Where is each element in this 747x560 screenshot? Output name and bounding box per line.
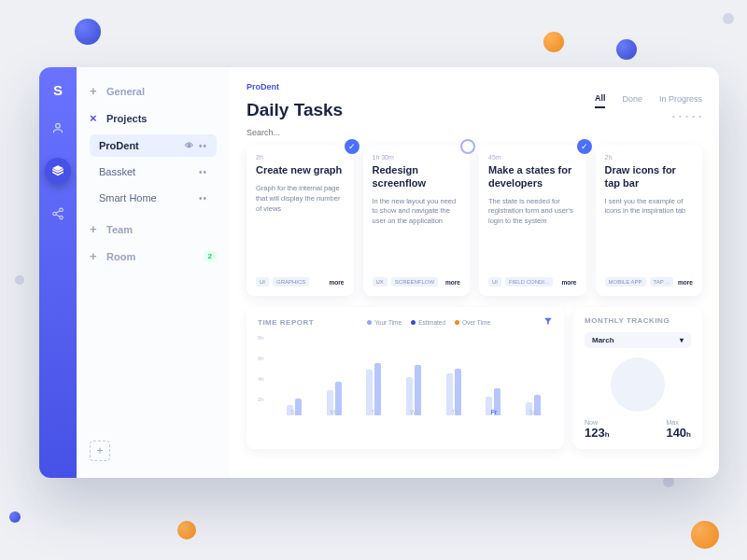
bar-group[interactable]	[406, 365, 421, 415]
pagination-dots[interactable]: • • • • •	[595, 112, 702, 120]
decor-circle	[177, 521, 196, 539]
task-tag[interactable]: FIELD CONDI...	[505, 277, 553, 287]
svg-point-3	[60, 216, 63, 219]
tab-in-progress[interactable]: In Progress	[659, 94, 702, 107]
month-select[interactable]: March ▾	[585, 332, 691, 348]
task-tag[interactable]: UI	[488, 277, 501, 287]
sidebar-group-label: General	[106, 86, 145, 97]
task-title: Make a states for developers	[488, 164, 577, 190]
add-button[interactable]: +	[90, 441, 110, 461]
x-axis-label: Tu	[371, 409, 377, 415]
time-report-chart: 8h6h4h2h SuMoTuWeThFrSa	[258, 335, 553, 415]
task-description: The state is needed for registration for…	[488, 197, 577, 278]
task-title: Create new graph	[256, 164, 345, 177]
decor-circle	[616, 39, 637, 60]
svg-point-1	[60, 208, 63, 212]
time-report-panel: TIME REPORT Your TimeEstimatedOver Time …	[247, 307, 564, 449]
task-card[interactable]: 2h Draw icons for tap bar I sent you the…	[596, 145, 703, 296]
chart-legend: Your TimeEstimatedOver Time	[367, 319, 490, 326]
search-input[interactable]	[247, 128, 340, 137]
main-content: ProDent Daily Tasks All Done In Progress…	[230, 67, 719, 478]
decor-circle	[15, 275, 24, 285]
plus-icon: +	[90, 84, 99, 98]
count-badge: 2	[204, 251, 217, 261]
layers-icon[interactable]	[45, 158, 71, 184]
task-tag[interactable]: MOBILE APP	[605, 277, 646, 287]
logo-icon: S	[53, 82, 63, 98]
stat-value: 140h	[666, 426, 691, 440]
more-link[interactable]: more	[678, 279, 693, 286]
decor-circle	[723, 13, 734, 24]
sidebar-item-smart-home[interactable]: Smart Home ••	[90, 187, 217, 209]
decor-circle	[691, 521, 719, 549]
task-tag[interactable]: SCREENFLOW	[391, 277, 438, 287]
plus-icon: +	[90, 249, 99, 263]
sidebar-item-bassket[interactable]: Bassket ••	[90, 161, 217, 183]
stat-label: Max	[666, 419, 691, 426]
sidebar-item-prodent[interactable]: ProDent 👁 ••	[90, 134, 217, 157]
sidebar-item-label: ProDent	[99, 140, 139, 151]
more-icon[interactable]: ••	[199, 141, 207, 151]
svg-point-0	[56, 123, 61, 128]
app-window: S + General × Projects ProDent	[39, 67, 719, 478]
sidebar-item-label: Smart Home	[99, 192, 157, 203]
sidebar-group-label: Room	[106, 251, 135, 262]
sidebar-group-label: Projects	[106, 113, 147, 124]
more-link[interactable]: more	[445, 279, 460, 286]
task-description: Graph for the internal page that will di…	[256, 184, 345, 277]
more-icon[interactable]: ••	[199, 193, 207, 203]
task-card[interactable]: ✓ 2h Create new graph Graph for the inte…	[247, 145, 354, 296]
sidebar-group-general[interactable]: + General	[90, 84, 217, 98]
task-title: Redesign screenflow	[373, 164, 461, 190]
task-tag[interactable]: UI	[256, 277, 269, 287]
sidebar-group-projects[interactable]: × Projects	[90, 111, 217, 125]
decor-circle	[9, 511, 21, 523]
more-link[interactable]: more	[562, 279, 577, 286]
more-icon[interactable]: ••	[199, 167, 207, 177]
legend-item: Estimated	[411, 319, 445, 326]
x-axis-label: Fr	[491, 409, 498, 415]
x-axis-label: Mo	[331, 409, 339, 415]
task-tag[interactable]: TAP ...	[650, 277, 674, 287]
task-title: Draw icons for tap bar	[605, 164, 694, 190]
user-icon[interactable]	[50, 120, 65, 135]
status-done-icon: ✓	[345, 139, 359, 154]
tab-done[interactable]: Done	[622, 94, 642, 107]
task-duration: 2h	[605, 154, 694, 161]
task-description: In the new layout you need to show and n…	[373, 197, 461, 278]
task-tag[interactable]: GRAPHICS	[273, 277, 309, 287]
share-icon[interactable]	[50, 206, 65, 221]
sidebar-group-team[interactable]: + Team	[90, 222, 217, 236]
close-icon: ×	[90, 111, 99, 125]
filter-icon[interactable]	[543, 316, 553, 328]
task-tag[interactable]: UX	[373, 277, 388, 287]
eye-icon[interactable]: 👁	[185, 141, 193, 150]
sidebar-item-label: Bassket	[99, 166, 135, 177]
bar-group[interactable]	[366, 363, 381, 415]
stat-value: 123h	[585, 426, 610, 440]
panel-title: MONTHLY TRACKING	[585, 316, 691, 325]
filter-tabs: All Done In Progress	[595, 93, 702, 108]
chevron-down-icon: ▾	[680, 336, 684, 344]
donut-chart	[611, 357, 665, 412]
legend-item: Your Time	[367, 319, 402, 326]
breadcrumb: ProDent	[247, 82, 702, 91]
task-card[interactable]: ✓ 45m Make a states for developers The s…	[479, 145, 586, 296]
x-axis-label: Su	[290, 409, 298, 415]
plus-icon: +	[90, 222, 99, 236]
svg-point-2	[53, 212, 57, 216]
sidebar-group-room[interactable]: + Room 2	[90, 249, 217, 263]
monthly-tracking-panel: MONTHLY TRACKING March ▾ Now 123h Max 14…	[573, 307, 702, 449]
stat-label: Now	[585, 419, 610, 426]
task-duration: 2h	[256, 154, 345, 161]
page-title: Daily Tasks	[247, 100, 343, 120]
status-open-icon	[460, 139, 475, 154]
task-card[interactable]: 1h 30m Redesign screenflow In the new la…	[363, 145, 471, 296]
panel-title: TIME REPORT	[258, 318, 314, 327]
tab-all[interactable]: All	[595, 93, 606, 108]
x-axis-label: Sa	[529, 409, 537, 415]
sidebar-group-label: Team	[106, 224, 133, 235]
x-axis-label: We	[410, 409, 419, 415]
more-link[interactable]: more	[330, 279, 345, 286]
task-cards: ✓ 2h Create new graph Graph for the inte…	[247, 145, 702, 296]
